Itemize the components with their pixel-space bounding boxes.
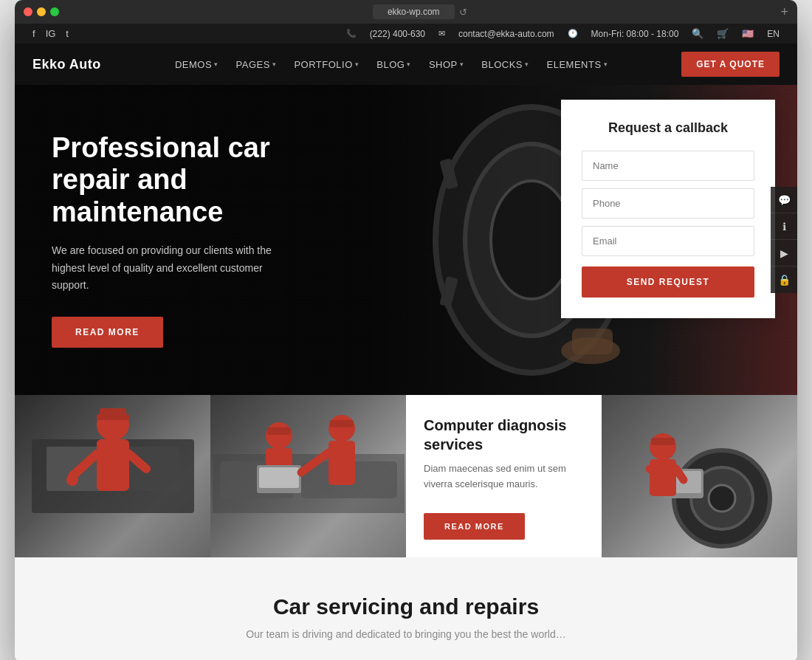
nav-blocks[interactable]: BLOCKS ▾	[481, 59, 529, 70]
lock-sidebar-icon[interactable]: 🔒	[771, 267, 797, 293]
bottom-section: Car servicing and repairs Our team is dr…	[15, 557, 797, 660]
mac-window: ekko-wp.com ↺ + f IG t 📞 (222) 400-630 ✉…	[15, 0, 797, 660]
svg-rect-24	[267, 427, 291, 435]
cart-icon[interactable]: 🛒	[717, 28, 729, 39]
nav-portfolio[interactable]: PORTFOLIO ▾	[294, 59, 359, 70]
svg-point-22	[266, 422, 292, 449]
mechanic-svg-4	[604, 395, 796, 557]
card-image-4	[602, 395, 797, 557]
mac-titlebar: ekko-wp.com ↺ +	[15, 0, 797, 24]
phone-number: (222) 400-630	[370, 29, 425, 39]
get-quote-button[interactable]: GET A QUOTE	[681, 52, 780, 77]
callback-name-input[interactable]	[582, 151, 754, 181]
svg-point-33	[709, 485, 735, 512]
card-image-1	[15, 395, 210, 557]
email-icon: ✉	[438, 29, 445, 38]
nav-demos[interactable]: DEMOS ▾	[175, 59, 219, 70]
card-3-title: Computer diagnosis services	[424, 416, 584, 454]
play-sidebar-icon[interactable]: ▶	[771, 240, 797, 267]
svg-rect-15	[97, 414, 129, 420]
maximize-button[interactable]	[50, 7, 59, 16]
url-display[interactable]: ekko-wp.com	[373, 4, 455, 19]
info-sidebar-icon[interactable]: ℹ	[771, 213, 797, 240]
hero-content: Professional car repair and maintenance …	[15, 88, 384, 392]
clock-icon: 🕐	[568, 29, 578, 38]
chevron-icon: ▾	[272, 61, 277, 68]
nav-pages[interactable]: PAGES ▾	[236, 59, 277, 70]
hero-section: Professional car repair and maintenance …	[15, 85, 797, 395]
business-hours: Mon-Fri: 08:00 - 18:00	[591, 29, 679, 39]
nav-shop[interactable]: SHOP ▾	[429, 59, 464, 70]
chevron-icon: ▾	[460, 61, 464, 68]
site-logo[interactable]: Ekko Auto	[32, 57, 101, 72]
nav-menu: DEMOS ▾ PAGES ▾ PORTFOLIO ▾ BLOG ▾ SHOP …	[175, 59, 608, 70]
sidebar-icons: 💬 ℹ ▶ 🔒	[771, 187, 797, 293]
new-tab-button[interactable]: +	[780, 4, 788, 20]
svg-point-36	[650, 433, 676, 460]
mechanic-svg-2	[213, 395, 405, 557]
callback-form: Request a callback SEND REQUEST	[561, 100, 775, 318]
nav-elements[interactable]: ELEMENTS ▾	[547, 59, 608, 70]
social-links: f IG t	[32, 28, 69, 39]
svg-rect-28	[328, 441, 355, 485]
nav-blog[interactable]: BLOG ▾	[376, 59, 411, 70]
comment-sidebar-icon[interactable]: 💬	[771, 187, 797, 213]
hero-read-more-button[interactable]: READ MORE	[52, 317, 163, 348]
navbar: Ekko Auto DEMOS ▾ PAGES ▾ PORTFOLIO ▾ BL…	[15, 44, 797, 85]
send-request-button[interactable]: SEND REQUEST	[582, 267, 754, 298]
chevron-icon: ▾	[604, 61, 608, 68]
callback-email-input[interactable]	[582, 226, 754, 256]
card-3-read-more-button[interactable]: READ MORE	[424, 513, 525, 540]
mechanic-svg-1	[17, 395, 209, 557]
svg-rect-29	[330, 420, 354, 427]
phone-icon: 📞	[346, 29, 357, 38]
svg-point-2	[491, 181, 572, 299]
mac-traffic-lights	[24, 7, 59, 16]
card-4	[602, 395, 797, 557]
svg-rect-8	[572, 329, 613, 354]
card-2	[210, 395, 406, 557]
chevron-icon: ▾	[407, 61, 411, 68]
language-label[interactable]: EN	[767, 29, 780, 39]
svg-rect-38	[651, 438, 675, 445]
search-icon[interactable]: 🔍	[692, 28, 703, 39]
callback-title: Request a callback	[582, 120, 754, 136]
cards-row: Computer diagnosis services Diam maecena…	[15, 395, 797, 557]
card-3-desc: Diam maecenas sed enim ut sem viverra sc…	[424, 461, 584, 503]
callback-phone-input[interactable]	[582, 188, 754, 219]
chevron-icon: ▾	[525, 61, 529, 68]
card-1	[15, 395, 210, 557]
url-bar: ekko-wp.com ↺	[59, 4, 780, 19]
close-button[interactable]	[24, 7, 32, 16]
facebook-icon[interactable]: f	[32, 28, 35, 39]
chevron-icon: ▾	[214, 61, 219, 68]
card-3-content: Computer diagnosis services Diam maecena…	[406, 395, 602, 557]
instagram-icon[interactable]: IG	[46, 28, 56, 39]
svg-rect-26	[259, 467, 299, 488]
minimize-button[interactable]	[37, 7, 46, 16]
cards-section: Computer diagnosis services Diam maecena…	[15, 395, 797, 557]
card-image-2	[210, 395, 406, 557]
refresh-icon[interactable]: ↺	[459, 7, 467, 18]
svg-point-18	[66, 474, 78, 486]
bottom-subtitle: Our team is driving and dedicated to bri…	[221, 628, 591, 640]
svg-point-27	[328, 415, 355, 441]
email-address: contact@ekka-auto.com	[458, 29, 554, 39]
twitter-icon[interactable]: t	[66, 28, 69, 39]
hero-subtitle: We are focused on providing our clients …	[52, 242, 303, 295]
hero-title: Professional car repair and maintenance	[52, 132, 347, 229]
contact-info: 📞 (222) 400-630 ✉ contact@ekka-auto.com …	[346, 28, 780, 39]
svg-rect-13	[97, 439, 129, 491]
chevron-icon: ▾	[355, 61, 359, 68]
top-bar: f IG t 📞 (222) 400-630 ✉ contact@ekka-au…	[15, 24, 797, 44]
bottom-title: Car servicing and repairs	[44, 594, 768, 619]
flag-icon: 🇺🇸	[742, 28, 754, 39]
